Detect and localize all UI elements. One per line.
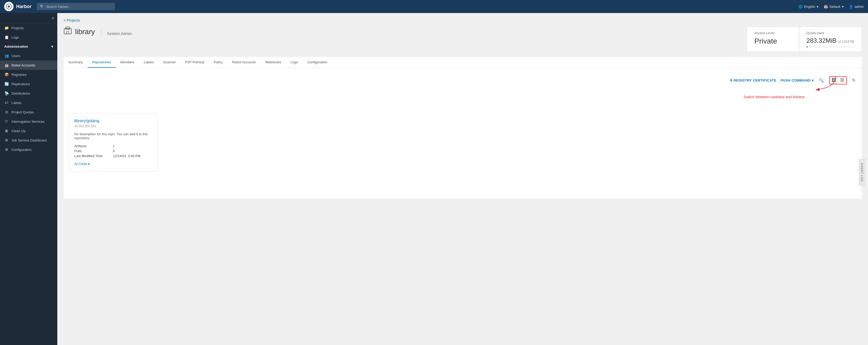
sidebar-label-cleanup: Clean Up [11,129,26,133]
collapse-button[interactable]: « [0,13,57,23]
main-content: Projects library | System Admin Access [57,13,868,345]
sidebar-item-job-service[interactable]: ⚙ Job Service Dashboard [0,135,57,145]
sidebar: « 📁 Projects 📋 Logs Administration ▾ 👥 U… [0,13,57,345]
svg-rect-3 [67,31,69,34]
sidebar-section-administration[interactable]: Administration ▾ [0,42,57,51]
config-icon: ⚙ [4,148,9,152]
tab-robot-accounts[interactable]: Robot Accounts [227,57,260,68]
registry-cert-label: REGISTRY CERTIFICATE [734,79,776,82]
app-logo[interactable]: Harbor [4,2,32,11]
action-chevron-icon: ▾ [88,162,90,166]
repo-card-title[interactable]: library/golang [74,119,152,123]
logs-icon: 📋 [4,35,9,39]
tab-repositories[interactable]: Repositories [88,57,116,68]
sidebar-item-robot-accounts[interactable]: 🤖 Robot Accounts [0,60,57,70]
access-level-card: Access Level Private [747,27,799,52]
sidebar-label-interrogation: Interrogation Services [11,120,44,124]
pulls-value: 0 [113,149,115,153]
sidebar-item-registries[interactable]: 📦 Registries [0,70,57,79]
sidebar-label-job-service: Job Service Dashboard [11,138,46,142]
action-label: ACTION [74,162,87,166]
sidebar-label-users: Users [11,54,20,58]
sidebar-item-users[interactable]: 👥 Users [0,51,57,60]
tab-policy[interactable]: Policy [209,57,227,68]
logo-icon [4,2,13,11]
tab-p2p-preheat[interactable]: P2P Preheat [181,57,209,68]
repo-card: library/golang 10.202.250.222 No descrip… [69,113,157,171]
tab-configuration[interactable]: Configuration [303,57,332,68]
user-label: admin [855,5,864,9]
sidebar-item-projects[interactable]: 📁 Projects [0,23,57,33]
annotation-area: Switch between cardview and listview [69,90,857,111]
modified-label: Last Modified Time [74,154,111,158]
sidebar-item-distributions[interactable]: 📡 Distributions [0,89,57,98]
quota-label: Quota used [807,31,854,35]
quotas-icon: ⚖ [4,110,9,114]
tab-logs[interactable]: Logs [286,57,303,68]
annotation-arrow-svg [794,74,846,92]
project-divider: | [100,28,102,35]
sidebar-label-configuration: Configuration [11,148,32,152]
breadcrumb[interactable]: Projects [64,18,862,23]
artifacts-label: Artifacts [74,144,111,148]
search-icon: 🔍 [40,4,44,9]
language-selector[interactable]: 🌐 English ▾ [799,5,819,9]
tab-labels[interactable]: Labels [139,57,158,68]
sidebar-item-labels[interactable]: 🏷 Labels [0,98,57,107]
schedule-label: Default [830,5,840,9]
user-icon: 👤 [849,5,853,9]
administration-label: Administration [4,44,28,49]
repo-toolbar: ⬇ REGISTRY CERTIFICATE PUSH COMMAND ▾ 🔍 [69,73,857,88]
globe-icon: 🌐 [799,5,803,9]
refresh-button[interactable]: ↻ [851,77,857,84]
repo-card-description: No description for this repo. You can ad… [74,132,152,140]
access-level-value: Private [754,37,792,45]
sidebar-item-configuration[interactable]: ⚙ Configuration [0,145,57,154]
event-log-tab[interactable]: EVENT LOG [859,159,865,186]
search-bar[interactable]: 🔍 Search Harbor... [37,3,115,10]
schedule-selector[interactable]: 📅 Default ▾ [824,5,843,9]
project-icon [64,27,72,37]
chevron-icon: ▾ [51,44,53,49]
sidebar-label-logs: Logs [11,35,19,39]
sidebar-item-interrogation-services[interactable]: 🛡 Interrogation Services [0,117,57,126]
sidebar-item-project-quotas[interactable]: ⚖ Project Quotas [0,107,57,117]
tab-webhooks[interactable]: Webhooks [260,57,286,68]
replications-icon: 🔄 [4,82,9,86]
sidebar-label-projects: Projects [11,26,24,30]
distributions-icon: 📡 [4,91,9,95]
app-layout: « 📁 Projects 📋 Logs Administration ▾ 👥 U… [0,13,868,345]
sidebar-label-replications: Replications [11,82,30,86]
collapse-icon: « [52,15,54,20]
sidebar-label-robot-accounts: Robot Accounts [11,63,35,67]
quota-value: 283.32MiB [807,37,836,44]
language-label: English [804,5,815,9]
interrogation-icon: 🛡 [4,119,9,124]
pulls-label: Pulls [74,149,111,153]
chevron-down-icon-2: ▾ [842,5,844,9]
modified-row: Last Modified Time 12/14/23, 3:40 PM [74,154,152,158]
action-button[interactable]: ACTION ▾ [74,162,152,166]
sidebar-item-logs[interactable]: 📋 Logs [0,33,57,42]
sidebar-label-distributions: Distributions [11,91,30,95]
artifacts-value: 1 [113,144,115,148]
sidebar-item-clean-up[interactable]: 🗑 Clean Up [0,126,57,135]
sidebar-label-registries: Registries [11,73,27,76]
chevron-down-icon: ▾ [817,5,818,9]
job-service-icon: ⚙ [4,138,9,142]
registry-cert-button[interactable]: ⬇ REGISTRY CERTIFICATE [730,79,777,82]
top-nav: Harbor 🔍 Search Harbor... 🌐 English ▾ 📅 … [0,0,868,13]
project-role: System Admin [107,31,132,36]
calendar-icon: 📅 [824,5,828,9]
robot-icon: 🤖 [4,63,9,67]
tab-summary[interactable]: Summary [64,57,88,68]
tab-scanner[interactable]: Scanner [158,57,180,68]
pulls-row: Pulls 0 [74,149,152,153]
tab-members[interactable]: Members [116,57,139,68]
sidebar-label-project-quotas: Project Quotas [11,110,34,114]
labels-icon: 🏷 [4,101,9,105]
sidebar-item-replications[interactable]: 🔄 Replications [0,79,57,89]
repo-card-host: 10.202.250.222 [74,124,152,128]
user-menu[interactable]: 👤 admin [849,5,864,9]
search-placeholder: Search Harbor... [46,5,71,9]
